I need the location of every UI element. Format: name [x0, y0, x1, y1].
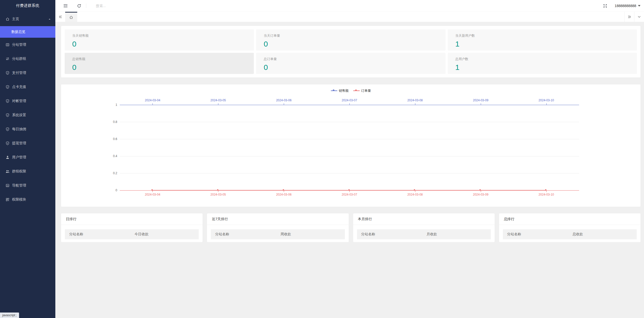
sidebar-item-label: 数据总览: [11, 30, 25, 34]
y-axis-label: 0.4: [102, 154, 117, 158]
tabs-scroll-left-button[interactable]: [55, 12, 65, 22]
topbar: 18888888888: [55, 0, 644, 12]
sidebar-item-reconciliation-management[interactable]: 对帐管理: [0, 94, 55, 108]
shield-check-icon: [6, 113, 10, 117]
ranking-table-header: 分站名称今日收款: [65, 229, 199, 239]
y-axis-label: 0.8: [102, 120, 117, 124]
data-point-dot: [479, 189, 481, 191]
stat-card: 当天销售额0: [65, 29, 254, 51]
sidebar-item-card-recharge[interactable]: 点卡充值: [0, 80, 55, 94]
grid-line: [120, 139, 579, 139]
sidebar-item-withdrawal-management[interactable]: 提现管理: [0, 136, 55, 150]
tab-home[interactable]: [65, 12, 77, 22]
search-input[interactable]: [95, 4, 600, 8]
legend-line-marker-icon: [353, 89, 360, 92]
sidebar-item-group-permissions[interactable]: 群组权限: [0, 164, 55, 178]
ranking-card-monthly: 本月排行分站名称月收款: [353, 213, 495, 242]
sidebar-item-label: 主页: [12, 17, 19, 21]
fullscreen-button[interactable]: [600, 1, 610, 10]
x-axis-label-bottom: 2024-03-04: [141, 193, 164, 196]
x-axis-label-bottom: 2024-03-10: [535, 193, 558, 196]
sidebar-item-data-overview[interactable]: 数据总览: [0, 26, 55, 38]
data-point-dot: [414, 189, 415, 191]
ranking-title: 近7天排行: [207, 213, 348, 225]
sidebar-item-user-management[interactable]: 用户管理: [0, 150, 55, 164]
x-axis-tick-bottom: [546, 191, 547, 192]
chevrons-left-icon: [58, 15, 62, 19]
x-axis-label-bottom: 2024-03-05: [207, 193, 230, 196]
sidebar-item-navigation-management[interactable]: 导航管理: [0, 178, 55, 193]
x-axis-tick-bottom: [284, 191, 284, 192]
stat-card: 总订单量0: [256, 53, 445, 74]
x-axis-tick-bottom: [481, 191, 481, 192]
sliders-icon: [6, 57, 10, 61]
menu-fold-button[interactable]: [61, 1, 70, 10]
tabs-menu-button[interactable]: [634, 12, 644, 22]
x-axis-tick-bottom: [152, 191, 153, 192]
ranking-panels: 日排行分站名称今日收款近7天排行分站名称周收款本月排行分站名称月收款总排行分站名…: [61, 213, 640, 242]
stat-card: 当天订单量0: [256, 29, 445, 51]
stat-value: 1: [455, 63, 629, 71]
shield-check-icon: [6, 71, 10, 75]
user-menu[interactable]: 18888888888: [615, 4, 640, 8]
stats-panel: 当天销售额0当天订单量0当天新用户数1总销售额0总订单量0总用户数1: [61, 26, 640, 77]
sidebar-item-label: 系统设置: [12, 113, 26, 117]
tabbar: [55, 12, 644, 22]
legend-label: 订单量: [361, 88, 371, 93]
shield-check-icon: [6, 141, 10, 145]
column-header-site-name: 分站名称: [503, 232, 573, 237]
sidebar-item-permission-module[interactable]: 权限模块: [0, 193, 55, 207]
x-axis-tick-bottom: [218, 191, 218, 192]
sidebar-item-label: 导航管理: [12, 183, 26, 188]
x-axis-tick-top: [152, 103, 153, 105]
x-axis-label-top: 2024-03-04: [141, 99, 164, 102]
status-link-preview: javascript:;: [0, 312, 19, 318]
x-axis-tick-top: [415, 103, 415, 105]
sidebar-item-payment-management[interactable]: 支付管理: [0, 66, 55, 80]
column-header-amount: 月收款: [426, 232, 491, 237]
stat-label: 当天订单量: [264, 33, 438, 38]
sidebar-item-label: 群组权限: [12, 169, 26, 174]
ranking-table-header: 分站名称周收款: [211, 229, 345, 239]
y-axis-label: 0: [102, 188, 117, 192]
column-header-site-name: 分站名称: [65, 232, 135, 237]
x-axis-label-top: 2024-03-10: [535, 99, 558, 102]
column-header-site-name: 分站名称: [211, 232, 280, 237]
stat-value: 0: [72, 40, 246, 48]
columns-icon: [6, 43, 10, 47]
sidebar-item-substation-management[interactable]: 分站管理: [0, 38, 55, 52]
ranking-title: 总排行: [499, 213, 640, 225]
stat-label: 当天新用户数: [455, 33, 629, 38]
fullscreen-icon: [603, 4, 607, 8]
data-point-dot: [283, 189, 284, 191]
column-header-site-name: 分站名称: [357, 232, 427, 237]
chevrons-right-icon: [627, 15, 631, 19]
x-axis-tick-top: [349, 103, 350, 105]
shield-check-icon: [6, 127, 10, 131]
stat-label: 当天销售额: [72, 33, 246, 38]
sidebar-item-home[interactable]: 主页: [0, 12, 55, 26]
column-header-amount: 周收款: [280, 232, 345, 237]
x-axis-label-bottom: 2024-03-06: [272, 193, 295, 196]
x-axis-label-top: 2024-03-07: [338, 99, 361, 102]
chevron-down-icon: [637, 15, 641, 19]
ranking-card-last7days: 近7天排行分站名称周收款: [207, 213, 348, 242]
divider: [86, 4, 86, 8]
data-point-dot: [217, 189, 218, 191]
album-icon: [6, 184, 10, 188]
sidebar-item-substation-groups[interactable]: 分站群组: [0, 52, 55, 66]
x-axis-tick-top: [546, 103, 547, 105]
stat-value: 0: [264, 63, 438, 71]
sidebar-item-daily-commission[interactable]: 每日抽佣: [0, 122, 55, 136]
sidebar: 付费进群系统 主页数据总览分站管理分站群组支付管理点卡充值对帐管理系统设置每日抽…: [0, 0, 55, 318]
refresh-button[interactable]: [74, 1, 84, 10]
sidebar-item-label: 权限模块: [12, 197, 26, 202]
ranking-table-header: 分站名称总收款: [503, 229, 637, 239]
legend-item-销售额[interactable]: 销售额: [330, 88, 350, 93]
sidebar-menu: 主页数据总览分站管理分站群组支付管理点卡充值对帐管理系统设置每日抽佣提现管理用户…: [0, 11, 55, 207]
tabs-scroll-right-button[interactable]: [624, 12, 634, 22]
sidebar-item-system-settings[interactable]: 系统设置: [0, 108, 55, 122]
legend-item-订单量[interactable]: 订单量: [352, 88, 372, 93]
column-header-amount: 总收款: [573, 232, 637, 237]
username-text: 18888888888: [615, 4, 636, 8]
